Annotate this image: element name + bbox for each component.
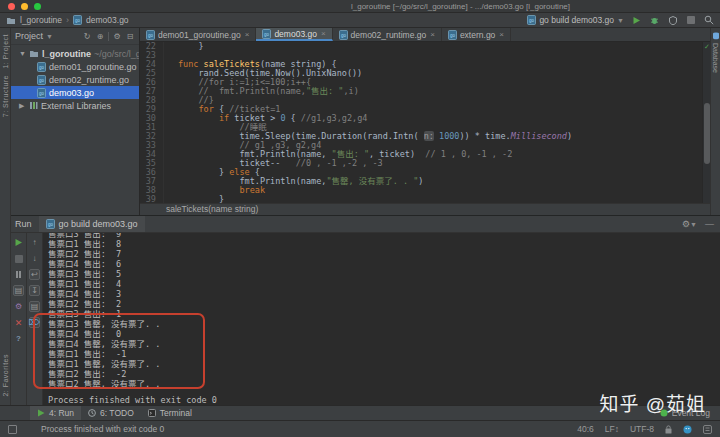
close-icon[interactable]: × [430, 30, 435, 39]
help-button[interactable]: ? [13, 333, 24, 344]
project-panel: Project ▼ ↻ ⊕ ⚙ ⊟ ▼l_goroutine~/go/src/l… [11, 28, 140, 215]
editor-tab-demo03.go[interactable]: godemo03.go× [256, 28, 332, 41]
toolwindow-button-label: 4: Run [49, 408, 74, 418]
code-editor[interactable]: 22 }23 24func saleTickets(name string) {… [140, 42, 710, 203]
run-panel-header: Run go go build demo03.go ⚙▼ — [11, 216, 720, 233]
search-everywhere-icon[interactable] [703, 15, 714, 26]
code-token: "售罄, 没有票了. . " [326, 176, 418, 186]
line-separator[interactable]: LF↕ [605, 424, 619, 434]
toolwindow-button-label: Terminal [160, 408, 192, 418]
run-tab-label: go build demo03.go [59, 219, 138, 229]
toolwindow-button-4-run[interactable]: 4: Run [30, 406, 81, 420]
svg-text:go: go [529, 18, 535, 23]
console-line: 售票口2 售出: 2 [48, 299, 720, 309]
project-panel-header: Project ▼ ↻ ⊕ ⚙ ⊟ [11, 28, 139, 45]
project-panel-title[interactable]: Project [15, 31, 43, 41]
settings-button[interactable]: ⚙ [13, 301, 24, 312]
toolwindow-stripe-1-project[interactable]: 1: Project [2, 34, 9, 69]
print-button[interactable]: ▤ [29, 301, 40, 312]
zoom-window-icon[interactable] [34, 3, 41, 10]
close-panel-button[interactable]: ✕ [13, 317, 24, 328]
hide-panel-icon[interactable]: — [705, 219, 714, 229]
toolwindow-stripe-database[interactable]: Database [712, 43, 719, 73]
rerun-button[interactable] [13, 237, 24, 248]
caret-position[interactable]: 40:6 [577, 424, 594, 434]
stop-process-button[interactable] [13, 253, 24, 264]
run-configuration-select[interactable]: go go build demo03.go ▼ [527, 15, 624, 25]
go-file-icon: go [448, 30, 457, 40]
editor-tab-demo02_runtime.go[interactable]: godemo02_runtime.go× [333, 28, 442, 41]
locate-file-icon[interactable]: ⊕ [95, 32, 105, 41]
left-toolwindow-strip: 1: Project7: Structure 2: Favorites [0, 28, 11, 405]
breadcrumb-file[interactable]: demo03.go [86, 15, 129, 25]
down-stacktrace-button[interactable]: ↓ [29, 253, 40, 264]
right-toolwindow-strip: Database [710, 28, 720, 215]
collapse-all-icon[interactable]: ⊟ [125, 32, 135, 41]
editor-tab-demo01_goroutine.go[interactable]: godemo01_goroutine.go× [140, 28, 256, 41]
debug-button[interactable] [649, 15, 660, 26]
svg-text:go: go [39, 78, 45, 83]
toolwindow-stripe-2-favorites[interactable]: 2: Favorites [2, 354, 9, 397]
project-external-libraries[interactable]: ▶External Libraries [11, 99, 139, 112]
minimize-window-icon[interactable] [21, 3, 28, 10]
run-settings-gear-icon[interactable]: ⚙▼ [682, 219, 697, 229]
console-line: 售票口1 售罄, 没有票了. . [48, 359, 720, 369]
project-file-demo03.go[interactable]: godemo03.go [11, 86, 139, 99]
run-console[interactable]: 售票口3 售出: 9售票口1 售出: 8售票口2 售出: 7售票口4 售出: 6… [43, 233, 720, 405]
project-file-demo02_runtime.go[interactable]: godemo02_runtime.go [11, 73, 139, 86]
console-line: 售票口3 售出: 1 [48, 309, 720, 319]
file-encoding[interactable]: UTF-8 [630, 424, 654, 434]
toolwindow-button-6-todo[interactable]: 6: TODO [81, 406, 141, 420]
run-with-coverage-button[interactable] [667, 15, 678, 26]
breadcrumb-project[interactable]: l_goroutine [20, 15, 62, 25]
project-file-demo01_goroutine.go[interactable]: godemo01_goroutine.go [11, 60, 139, 73]
collapsed-arrow-icon[interactable]: ▶ [19, 102, 26, 110]
go-file-icon: go [37, 62, 46, 72]
go-file-icon: go [73, 15, 82, 25]
close-icon[interactable]: × [245, 30, 250, 39]
toolwindow-toggle-icon[interactable] [8, 425, 17, 434]
code-token: // 1 , 0, -1 , -2 [425, 149, 512, 159]
go-file-icon: go [146, 30, 155, 40]
up-stacktrace-button[interactable]: ↑ [29, 237, 40, 248]
svg-text:go: go [75, 18, 81, 23]
soft-wrap-button[interactable]: ↩ [29, 269, 40, 280]
line-number: 39 [140, 195, 164, 203]
editor-context-bar[interactable]: saleTickets(name string) [140, 203, 710, 215]
restore-layout-button[interactable]: ▤ [13, 285, 24, 296]
gear-icon[interactable]: ⚙ [112, 32, 122, 41]
run-button[interactable] [631, 15, 642, 26]
chevron-down-icon[interactable]: ▼ [46, 33, 53, 40]
editor-scrollbar[interactable]: ✓ [702, 42, 710, 203]
clear-all-button[interactable]: ⌦ [29, 317, 40, 328]
run-panel-body: ▤ ⚙ ✕ ? ↑ ↓ ↩ ↧ ▤ ⌦ 售票口3 售出: 9售票口1 售出: 8… [11, 233, 720, 405]
go-file-icon: go [37, 75, 46, 85]
editor-tab-extern.go[interactable]: goextern.go× [442, 28, 511, 41]
indent-settings-icon[interactable] [703, 425, 712, 434]
toolwindow-button-terminal[interactable]: Terminal [141, 406, 199, 420]
close-icon[interactable]: × [499, 30, 504, 39]
run-panel-title: Run [15, 219, 32, 229]
pause-output-button[interactable] [13, 269, 24, 280]
scroll-to-end-button[interactable]: ↧ [29, 285, 40, 296]
console-line: 售票口3 售出: 5 [48, 269, 720, 279]
expand-arrow-icon[interactable]: ▼ [19, 50, 26, 57]
library-icon [29, 101, 38, 110]
refresh-icon[interactable]: ↻ [82, 32, 92, 41]
toolwindow-stripe-7-structure[interactable]: 7: Structure [2, 75, 9, 117]
project-root-row[interactable]: ▼l_goroutine~/go/src/l_gorouti [11, 47, 139, 60]
go-file-icon: go [46, 219, 55, 229]
close-window-icon[interactable] [8, 3, 15, 10]
highlighting-level-icon[interactable] [683, 425, 692, 434]
scrollbar-thumb[interactable] [704, 103, 710, 164]
svg-text:go: go [39, 65, 45, 70]
code-token: } [178, 194, 224, 203]
console-line: 售票口2 售出: -2 [48, 369, 720, 379]
folder-icon [29, 49, 39, 58]
run-tab[interactable]: go go build demo03.go [39, 216, 145, 232]
console-line: 售票口2 售出: 7 [48, 249, 720, 259]
readonly-lock-icon[interactable] [665, 425, 672, 434]
project-root-path: ~/go/src/l_gorouti [94, 49, 139, 59]
close-icon[interactable]: × [321, 29, 326, 38]
stop-button[interactable] [685, 15, 696, 26]
